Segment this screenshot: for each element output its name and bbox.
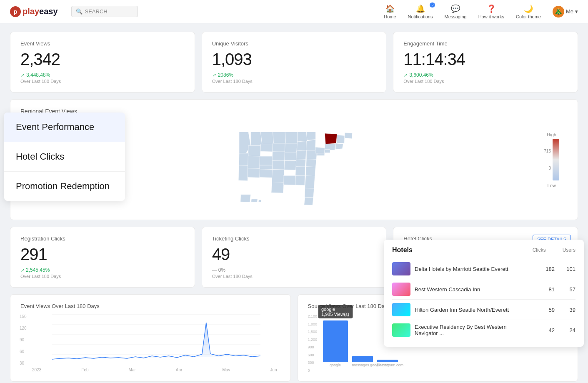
state-fl-n [304,188,314,198]
logo[interactable]: p playeasy [10,6,58,17]
stat-registration-change: ↗ 2,545.45% [20,267,185,273]
x-axis-labels: 2023 Feb Mar Apr May Jun [32,368,280,372]
state-az [247,168,260,178]
state-ut [259,156,273,165]
hotel-name-1: Delta Hotels by Marriott Seattle Everett [415,266,530,272]
nav-home[interactable]: 🏠 Home [384,4,396,19]
navbar: p playeasy 🔍 SEARCH 🏠 Home 🔔 2 Notificat… [0,0,588,23]
bar-y-axis: 2,100 1,800 1,500 1,200 900 600 300 0 [308,314,318,373]
hotels-header: Hotels Clicks Users [392,246,575,254]
hotel-users-2: 57 [559,286,575,293]
notification-badge: 2 [430,3,435,8]
state-nj [335,143,343,150]
nav-messaging[interactable]: 💬 Messaging [444,4,466,19]
state-al [295,167,305,176]
search-bar[interactable]: 🔍 SEARCH [71,6,138,17]
state-sd [272,143,285,152]
home-icon: 🏠 [385,4,395,13]
hotel-row-4: Executive Residency By Best Western Navi… [392,320,575,340]
metric-engagement-period: Over Last 180 Days [403,79,568,84]
bar-messages [352,356,373,362]
state-nm [259,169,272,178]
state-la [283,175,295,185]
stat-registration-label: Registration Clicks [20,235,185,242]
hotel-clicks-1: 182 [534,266,555,272]
arrow-up-icon-2: ↗ [212,72,216,78]
clicks-col-header: Clicks [533,247,546,253]
dropdown-item-hotel-clicks[interactable]: Hotel Clicks [4,142,125,172]
message-icon: 💬 [451,4,460,13]
metric-event-views-value: 2,342 [20,50,185,69]
state-wi [297,132,307,142]
state-tx-n [272,170,284,183]
hotel-users-3: 39 [559,307,575,313]
metric-event-views-change: ↗ 3,448.48% [20,72,185,78]
metric-engagement-time: Engagement Time 11:14:34 ↗ 3,600.46% Ove… [393,32,578,93]
stat-ticketing-clicks: Ticketing Clicks 49 — 0% Over Last 180 D… [202,227,387,288]
state-ms [295,175,305,185]
arrow-up-icon-4: ↗ [20,267,25,273]
state-mt [260,132,273,144]
state-nv [248,156,260,168]
state-ak [240,195,250,202]
state-id [250,132,262,145]
state-ny [325,133,337,144]
nav-notifications[interactable]: 🔔 2 Notifications [408,4,433,19]
state-tn [295,159,305,167]
stat-registration-period: Over Last 180 Days [20,274,185,279]
dropdown-menu: Event Performance Hotel Clicks Promotion… [4,113,125,201]
bar-google: google 1,985 View(s) [323,320,348,362]
dropdown-item-event-performance[interactable]: Event Performance [4,113,125,142]
metric-engagement-change: ↗ 3,600.46% [403,72,568,78]
stat-registration-value: 291 [20,245,185,264]
state-ct-ri-ma [337,135,344,143]
state-me-nh-vt [345,133,352,139]
hotel-img-2 [392,283,410,296]
hotel-row-3: Hilton Garden Inn Seattle North/Everett … [392,300,575,320]
hotels-popup: Hotels Clicks Users Delta Hotels by Marr… [384,240,584,347]
nav-messaging-label: Messaging [444,14,466,19]
nav-how-it-works[interactable]: ❓ How it works [478,4,504,19]
state-ga [305,176,315,188]
arrow-up-icon: ↗ [20,72,25,78]
state-il [297,141,306,151]
line-chart-svg [32,314,280,364]
hotel-name-2: Best Western Cascadia Inn [415,286,530,293]
state-de [325,150,330,153]
dropdown-item-promotion-redemption[interactable]: Promotion Redemption [4,172,125,201]
legend-gradient-bar [553,139,559,180]
state-ok [272,160,284,170]
nav-theme-label: Color theme [516,14,541,19]
state-mn [285,132,297,143]
nav-home-label: Home [384,14,396,19]
metric-unique-visitors-period: Over Last 180 Days [212,79,376,84]
hotel-users-4: 24 [559,327,575,333]
stat-ticketing-value: 49 [212,245,376,264]
metric-event-views-period: Over Last 180 Days [20,79,185,84]
moon-icon: 🌙 [524,4,533,13]
chevron-down-icon: ▾ [575,8,578,15]
state-in [306,140,315,150]
bell-icon: 🔔 [416,4,425,13]
metric-unique-visitors-change: ↗ 2086% [212,72,376,78]
stat-ticketing-change: — 0% [212,267,376,273]
us-map [159,120,430,211]
bar-instagram [377,360,398,362]
dash-icon: — [212,267,217,273]
line-chart-container: 150 120 90 60 30 [20,314,280,373]
me-label: Me [566,8,573,15]
hotel-name-4: Executive Residency By Best Western Navi… [415,324,530,336]
state-mo [284,152,297,161]
state-sc [305,167,315,176]
logo-text: playeasy [23,7,58,16]
search-placeholder: SEARCH [85,8,108,15]
hotel-clicks-4: 42 [534,327,555,333]
nav-me[interactable]: 🎄 Me ▾ [553,6,578,18]
stat-ticketing-label: Ticketing Clicks [212,235,376,242]
hotels-popup-title: Hotels [392,246,413,254]
hotel-img-3 [392,303,410,316]
state-tx-s [271,182,284,193]
nav-color-theme[interactable]: 🌙 Color theme [516,4,541,19]
state-fl-s [304,197,313,205]
legend-high-label: High [547,132,556,137]
